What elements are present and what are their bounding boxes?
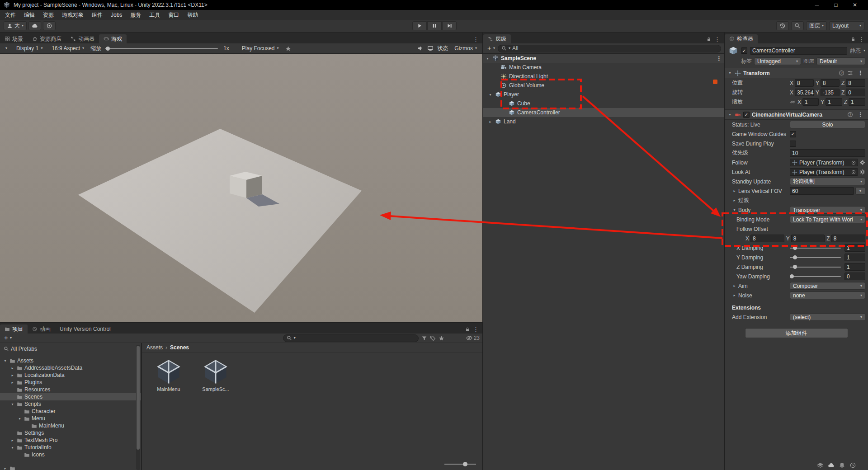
- lock-icon[interactable]: [465, 327, 470, 332]
- project-tree-item-assets[interactable]: ▾ Assets: [0, 357, 141, 364]
- foldout-icon[interactable]: ▾: [10, 402, 15, 406]
- pause-button[interactable]: [427, 21, 442, 30]
- create-object-button[interactable]: ＋ ▾: [486, 44, 495, 52]
- tab-inspector[interactable]: 检查器: [725, 34, 758, 43]
- project-tree-item-localizationdata[interactable]: ▸ LocalizationData: [0, 371, 141, 379]
- gear-icon[interactable]: [859, 160, 865, 165]
- project-tree-item-addressableassetsdata[interactable]: ▸ AddressableAssetsData: [0, 364, 141, 371]
- foldout-icon[interactable]: ▸: [488, 120, 493, 124]
- add-extension-dropdown[interactable]: (select)▾: [790, 313, 865, 321]
- aim-dropdown[interactable]: Composer▾: [790, 282, 865, 290]
- foldout-icon[interactable]: ▸: [732, 284, 737, 288]
- transform-header[interactable]: ▾ Transform ⋮: [725, 68, 868, 78]
- y-damping-field[interactable]: 1: [844, 254, 865, 261]
- layers-status-icon[interactable]: [817, 462, 824, 469]
- project-tree-item-clipped[interactable]: ▸: [0, 465, 135, 470]
- layers-dropdown[interactable]: 图层▾: [806, 21, 827, 30]
- asset-item-mainmenu[interactable]: MainMenu: [151, 359, 186, 392]
- hierarchy-menu-icon[interactable]: ⋮: [712, 36, 722, 42]
- scale-x-field[interactable]: 1: [802, 98, 819, 106]
- look-at-object-field[interactable]: Player (Transform): [790, 168, 858, 176]
- game-viewport[interactable]: [0, 54, 482, 322]
- foldout-icon[interactable]: ▾: [732, 208, 737, 212]
- hidden-packages-toggle[interactable]: 23: [466, 335, 480, 341]
- position-y-field[interactable]: 8: [821, 79, 840, 87]
- menu-item-component[interactable]: 组件: [88, 10, 107, 20]
- tab-game[interactable]: 游戏: [99, 34, 127, 43]
- tab-scene[interactable]: 场景: [0, 34, 28, 43]
- target-button[interactable]: [43, 21, 56, 30]
- lens-preset-dropdown[interactable]: ▾: [855, 187, 865, 195]
- lock-icon[interactable]: [706, 37, 712, 42]
- noise-dropdown[interactable]: none▾: [790, 291, 865, 299]
- tab-animator[interactable]: 动画器: [66, 34, 99, 43]
- breadcrumb-current[interactable]: Scenes: [170, 344, 189, 351]
- scrollbar-thumb[interactable]: [137, 346, 140, 450]
- menu-item-help[interactable]: 帮助: [183, 10, 202, 20]
- play-button[interactable]: [412, 21, 427, 30]
- project-tree-item-menu[interactable]: ▾ Menu: [0, 415, 141, 422]
- project-tree-item-resources[interactable]: Resources: [0, 386, 141, 393]
- hierarchy-item-player[interactable]: ▾ Player: [483, 90, 724, 99]
- close-button[interactable]: ✕: [845, 0, 864, 10]
- saved-search-all-prefabs[interactable]: All Prefabs: [0, 345, 141, 352]
- hierarchy-search-input[interactable]: ▾ All: [498, 45, 721, 52]
- binding-mode-dropdown[interactable]: Lock To Target With Worl▾: [790, 216, 865, 223]
- follow-offset-y-field[interactable]: 8: [791, 235, 825, 242]
- thumbnail-size-slider[interactable]: [444, 462, 476, 466]
- search-button[interactable]: [791, 21, 804, 30]
- lens-fov-field[interactable]: 60: [790, 187, 854, 195]
- z-damping-slider[interactable]: [790, 263, 841, 271]
- project-menu-icon[interactable]: ⋮: [471, 326, 481, 333]
- foldout-icon[interactable]: ▸: [732, 198, 737, 202]
- menu-item-services[interactable]: 服务: [126, 10, 145, 20]
- project-tree-item-scenes[interactable]: Scenes: [0, 393, 141, 400]
- hierarchy-item-cameracontroller[interactable]: CameraController: [483, 108, 724, 117]
- step-button[interactable]: [442, 21, 457, 30]
- hierarchy-item-global-volume[interactable]: Global Volume: [483, 81, 724, 90]
- project-tree-item-mainmenu[interactable]: MainMenu: [0, 422, 141, 429]
- chevron-down-icon[interactable]: ▾: [863, 49, 865, 52]
- vsync-monitor-icon[interactable]: [427, 45, 434, 52]
- foldout-icon[interactable]: ▾: [488, 93, 493, 97]
- tag-dropdown[interactable]: Untagged▾: [754, 57, 801, 65]
- project-search-input[interactable]: ▾: [283, 334, 419, 342]
- stats-toggle[interactable]: 状态: [437, 45, 448, 52]
- y-damping-slider[interactable]: [790, 254, 841, 261]
- activity-icon[interactable]: [849, 462, 856, 469]
- menu-item-jobs[interactable]: Jobs: [107, 10, 126, 20]
- star-icon[interactable]: [285, 46, 291, 52]
- tab-project[interactable]: 项目: [0, 324, 28, 334]
- foldout-icon[interactable]: ▸: [10, 366, 15, 370]
- menu-item-assets[interactable]: 资源: [39, 10, 58, 20]
- menu-item-file[interactable]: 文件: [1, 10, 20, 20]
- standby-update-dropdown[interactable]: 轮询机制▾: [790, 178, 865, 185]
- foldout-icon[interactable]: ▸: [10, 381, 15, 385]
- tab-asset-store[interactable]: 资源商店: [28, 34, 66, 43]
- hierarchy-item-land[interactable]: ▸ Land: [483, 117, 724, 126]
- minimize-button[interactable]: ─: [807, 0, 826, 10]
- gizmos-dropdown[interactable]: Gizmos▾: [452, 44, 480, 52]
- save-during-play-checkbox[interactable]: [790, 141, 796, 147]
- active-checkbox[interactable]: ✓: [741, 47, 747, 54]
- project-tree-item-settings[interactable]: Settings: [0, 429, 141, 437]
- account-button[interactable]: 大 ▾: [4, 21, 27, 30]
- link-scale-icon[interactable]: [790, 99, 796, 105]
- search-by-type-icon[interactable]: [421, 335, 427, 341]
- yaw-damping-slider[interactable]: [790, 273, 841, 280]
- project-tree-item-textmeshpro[interactable]: ▸ TextMesh Pro: [0, 437, 141, 444]
- foldout-icon[interactable]: ▾: [3, 359, 8, 363]
- help-icon[interactable]: [839, 70, 844, 76]
- component-enabled-checkbox[interactable]: ✓: [743, 112, 750, 118]
- foldout-icon[interactable]: ▾: [10, 446, 15, 450]
- foldout-icon[interactable]: ▸: [10, 373, 15, 377]
- z-damping-field[interactable]: 1: [844, 263, 865, 271]
- scale-z-field[interactable]: 1: [849, 98, 865, 106]
- priority-field[interactable]: 10: [790, 149, 865, 157]
- view-mode-dropdown[interactable]: ▾: [3, 44, 10, 52]
- project-tree-item-scripts[interactable]: ▾ Scripts: [0, 400, 141, 408]
- follow-offset-x-field[interactable]: 8: [750, 235, 784, 242]
- men-item-gameobject[interactable]: 游戏对象: [58, 10, 88, 20]
- display-dropdown[interactable]: Display 1▾: [14, 44, 45, 52]
- help-icon[interactable]: [847, 112, 853, 118]
